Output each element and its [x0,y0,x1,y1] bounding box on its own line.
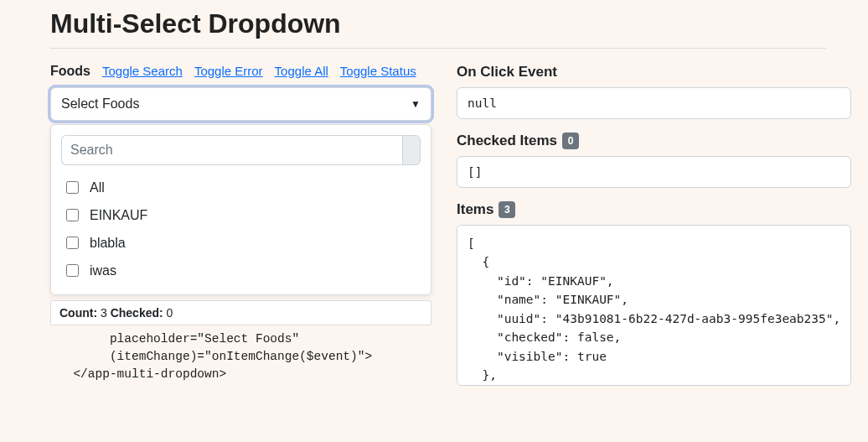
caret-down-icon: ▼ [411,98,421,110]
checkbox-all[interactable] [66,181,79,194]
option-label: All [90,180,105,195]
foods-label-row: Foods Toggle Search Toggle Error Toggle … [50,64,431,79]
dropdown-placeholder: Select Foods [61,96,139,112]
toggle-error-link[interactable]: Toggle Error [194,64,263,78]
option-item[interactable]: blabla [61,229,421,257]
divider [50,48,826,49]
option-label: iwas [90,263,116,278]
page-title: Multi-Select Dropdown [50,8,826,39]
click-event-value: null [457,87,851,119]
count-value: 3 [101,306,107,320]
status-bar: Count: 3 Checked: 0 [50,300,431,325]
checked-label: Checked: [111,306,163,320]
option-label: blabla [90,236,126,251]
count-label: Count: [59,306,97,320]
search-addon [402,135,421,165]
dropdown-panel: All EINKAUF blabla iwas [50,124,431,295]
search-input[interactable] [61,135,402,165]
checked-items-label: Checked Items 0 [457,133,851,149]
checked-items-value: [] [457,156,851,188]
toggle-all-link[interactable]: Toggle All [275,64,328,78]
checked-items-badge: 0 [562,133,579,149]
option-label: EINKAUF [90,208,147,223]
code-snippet: placeholder="Select Foods" (itemChange)=… [50,325,431,388]
dropdown-toggle-button[interactable]: Select Foods ▼ [50,87,431,121]
items-label: Items 3 [457,201,851,218]
option-item[interactable]: iwas [61,257,421,284]
option-all[interactable]: All [61,174,421,201]
checked-value: 0 [167,306,173,320]
click-event-label: On Click Event [457,64,851,81]
toggle-status-link[interactable]: Toggle Status [340,64,416,78]
items-json[interactable]: [ { "id": "EINKAUF", "name": "EINKAUF", … [457,225,851,386]
toggle-search-link[interactable]: Toggle Search [102,64,183,78]
checkbox-item[interactable] [66,237,79,249]
items-badge: 3 [499,201,515,218]
checkbox-item[interactable] [66,209,79,221]
option-item[interactable]: EINKAUF [61,201,421,229]
checkbox-item[interactable] [66,264,79,277]
foods-label: Foods [50,64,90,79]
